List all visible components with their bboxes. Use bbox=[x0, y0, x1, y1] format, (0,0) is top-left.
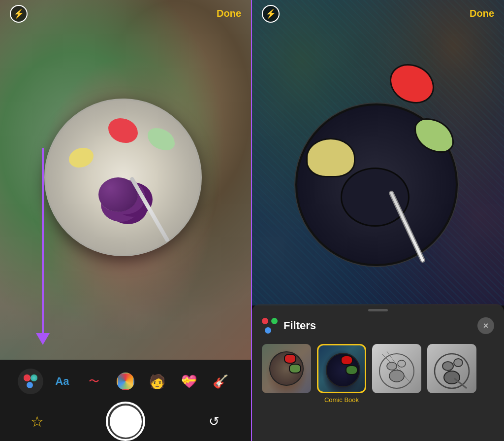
right-header: ⚡ Done bbox=[252, 0, 504, 27]
filters-scroll-row[interactable]: Comic Book bbox=[252, 340, 504, 413]
toolbar-icons-row: Aa 〜 🧑 💝 🎸 bbox=[0, 360, 251, 399]
filter-thumb-sketch2 bbox=[427, 344, 476, 393]
flash-icon-left: ⚡ bbox=[13, 8, 24, 19]
filters-tool-button[interactable] bbox=[18, 369, 43, 394]
toolbar-left: Aa 〜 🧑 💝 🎸 ☆ bbox=[0, 360, 251, 441]
filter-thumb-sketch1 bbox=[372, 344, 421, 393]
draw-tool-button[interactable]: 〜 bbox=[81, 369, 107, 394]
svg-point-5 bbox=[389, 370, 404, 382]
filters-title-group: Filters bbox=[262, 318, 316, 334]
favorites-button[interactable]: ☆ bbox=[25, 409, 49, 434]
left-panel: ⚡ Done Aa bbox=[0, 0, 252, 441]
comic-dark-spot bbox=[341, 168, 410, 227]
filters-header: Filters × bbox=[252, 311, 504, 340]
arrow-indicator bbox=[42, 148, 44, 335]
svg-point-9 bbox=[444, 371, 460, 384]
filters-panel: Filters × bbox=[252, 304, 504, 441]
close-icon: × bbox=[483, 321, 489, 331]
music-tool-button[interactable]: 🎸 bbox=[208, 369, 233, 394]
text-tool-icon: Aa bbox=[55, 375, 69, 388]
text-tool-button[interactable]: Aa bbox=[49, 369, 75, 394]
filter-item-normal[interactable] bbox=[262, 344, 311, 404]
rotate-button[interactable]: ↺ bbox=[202, 409, 226, 434]
thumb-green-c bbox=[346, 365, 358, 375]
shutter-button[interactable] bbox=[106, 402, 145, 441]
rotate-icon: ↺ bbox=[209, 414, 220, 429]
music-tool-icon: 🎸 bbox=[213, 374, 228, 389]
avatar-tool-icon: 🧑 bbox=[149, 373, 166, 390]
left-header: ⚡ Done bbox=[0, 0, 251, 27]
filters-panel-icon bbox=[262, 318, 278, 334]
filter-thumb-normal bbox=[262, 344, 311, 393]
svg-point-3 bbox=[387, 362, 397, 370]
flash-button-right[interactable]: ⚡ bbox=[262, 5, 280, 23]
filter-label-comic-book: Comic Book bbox=[324, 396, 359, 404]
svg-point-8 bbox=[454, 359, 463, 367]
right-panel: ⚡ Done Filters × bbox=[252, 0, 504, 441]
filters-panel-title: Filters bbox=[284, 319, 316, 332]
shutter-inner bbox=[110, 406, 142, 438]
sketch1-svg bbox=[372, 344, 421, 393]
sticker-tool-button[interactable] bbox=[113, 369, 138, 394]
filter-item-sketch2[interactable] bbox=[427, 344, 476, 404]
filter-thumb-comic-book bbox=[317, 344, 366, 393]
effects-tool-button[interactable]: 💝 bbox=[176, 369, 202, 394]
thumb-red-c bbox=[341, 355, 353, 365]
photo-area-left bbox=[0, 0, 251, 360]
filter-item-comic-book[interactable]: Comic Book bbox=[317, 344, 366, 404]
favorites-icon: ☆ bbox=[31, 413, 44, 430]
flash-button-left[interactable]: ⚡ bbox=[10, 5, 28, 23]
done-button-left[interactable]: Done bbox=[217, 8, 241, 19]
effects-tool-icon: 💝 bbox=[181, 374, 197, 389]
avatar-tool-button[interactable]: 🧑 bbox=[144, 369, 170, 394]
draw-tool-icon: 〜 bbox=[89, 374, 99, 389]
filter-item-sketch1[interactable] bbox=[372, 344, 421, 404]
svg-point-4 bbox=[398, 360, 406, 367]
filters-close-button[interactable]: × bbox=[477, 317, 494, 334]
photo-area-right bbox=[252, 0, 504, 305]
sticker-tool-icon bbox=[117, 373, 134, 390]
camera-controls-row: ☆ ↺ bbox=[0, 399, 251, 441]
done-button-right[interactable]: Done bbox=[470, 8, 494, 19]
thumb-red-n bbox=[284, 354, 296, 364]
thumb-green-n bbox=[289, 364, 301, 373]
svg-point-7 bbox=[442, 362, 453, 371]
sketch2-svg bbox=[427, 344, 476, 393]
filters-icon bbox=[24, 374, 37, 388]
flash-icon-right: ⚡ bbox=[265, 8, 276, 19]
comic-banana bbox=[306, 138, 355, 177]
